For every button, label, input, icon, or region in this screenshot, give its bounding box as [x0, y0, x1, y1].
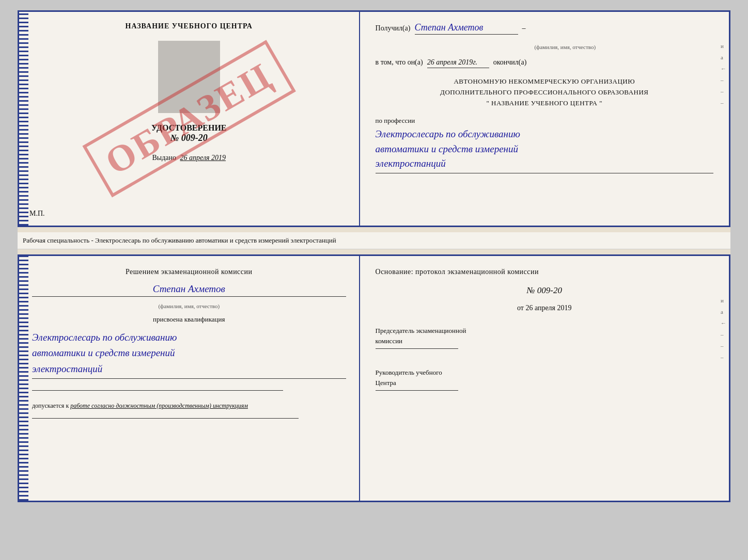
org-line3: " НАЗВАНИЕ УЧЕБНОГО ЦЕНТРА ": [376, 98, 713, 109]
issued-date: Выдано 26 апреля 2019: [152, 154, 226, 162]
bottom-sig-line: [32, 390, 283, 391]
person-name-bottom: Степан Ахметов: [32, 283, 346, 297]
cert-right: Получил(а) Степан Ахметов – (фамилия, им…: [360, 12, 729, 226]
protocol-date-value: 26 апреля 2019: [525, 304, 571, 312]
org-line1: АВТОНОМНУЮ НЕКОММЕРЧЕСКУЮ ОРГАНИЗАЦИЮ: [376, 76, 713, 87]
recipient-line: Получил(а) Степан Ахметов –: [376, 22, 713, 35]
date-prefix: от: [517, 304, 524, 312]
org-block: АВТОНОМНУЮ НЕКОММЕРЧЕСКУЮ ОРГАНИЗАЦИЮ ДО…: [376, 76, 713, 108]
received-label: Получил(а): [376, 24, 411, 33]
vtom-label: в том, что он(а): [376, 58, 423, 67]
side-marks-bottom: и а ← – – –: [721, 297, 726, 360]
profession-name-top: Электрослесарь по обслуживанию автоматик…: [376, 127, 713, 173]
chairman-label: Председатель экзаменационной комиссии: [376, 326, 713, 346]
protocol-date: от 26 апреля 2019: [376, 304, 713, 312]
okoncil-label: окончил(а): [493, 58, 527, 67]
profession-label: по профессии: [376, 117, 713, 125]
qualification-label: присвоена квалификация: [32, 315, 346, 324]
protocol-number: № 009-20: [376, 285, 713, 296]
description-line: Рабочая специальность - Электрослесарь п…: [18, 232, 730, 249]
vtom-line: в том, что он(а) 26 апреля 2019г. окончи…: [376, 58, 713, 68]
bottom-left: Решением экзаменационной комиссии Степан…: [19, 256, 360, 501]
photo-placeholder: [158, 41, 220, 113]
rukovoditel-sig-line: [376, 390, 458, 391]
document-container: НАЗВАНИЕ УЧЕБНОГО ЦЕНТРА УДОСТОВЕРЕНИЕ №…: [18, 10, 730, 502]
completion-date: 26 апреля 2019г.: [427, 58, 489, 68]
org-line2: ДОПОЛНИТЕЛЬНОГО ПРОФЕССИОНАЛЬНОГО ОБРАЗО…: [376, 87, 713, 98]
top-certificate: НАЗВАНИЕ УЧЕБНОГО ЦЕНТРА УДОСТОВЕРЕНИЕ №…: [18, 10, 730, 227]
допускается-label: допускается к: [32, 402, 69, 409]
rukovoditel-label: Руководитель учебного Центра: [376, 367, 713, 388]
osnov-title: Основание: протокол экзаменационной коми…: [376, 266, 713, 277]
school-name-top: НАЗВАНИЕ УЧЕБНОГО ЦЕНТРА: [126, 22, 253, 30]
допускается-text: работе согласно должностным (производств…: [70, 402, 248, 409]
bottom-certificate: Решением экзаменационной комиссии Степан…: [18, 254, 730, 502]
issued-label: Выдано: [152, 154, 176, 162]
dash: –: [522, 24, 526, 33]
description-text: Рабочая специальность - Электрослесарь п…: [23, 236, 336, 244]
cert-type: УДОСТОВЕРЕНИЕ: [151, 123, 227, 133]
fio-label-top: (фамилия, имя, отчество): [417, 44, 713, 50]
допускается-block: допускается к работе согласно должностны…: [32, 402, 346, 410]
fio-label-bottom: (фамилия, имя, отчество): [32, 303, 346, 309]
bottom-sig-line2: [32, 418, 299, 419]
profession-block: по профессии Электрослесарь по обслужива…: [376, 117, 713, 173]
mp-label: М.П.: [29, 210, 45, 218]
bottom-right: Основание: протокол экзаменационной коми…: [360, 256, 729, 501]
side-marks-top: и а ← – – –: [721, 43, 726, 106]
cert-left: НАЗВАНИЕ УЧЕБНОГО ЦЕНТРА УДОСТОВЕРЕНИЕ №…: [19, 12, 360, 226]
recipient-name: Степан Ахметов: [415, 22, 518, 35]
commission-title: Решением экзаменационной комиссии: [32, 266, 346, 277]
issued-date-value: 26 апреля 2019: [180, 154, 226, 162]
qualification-name: Электрослесарь по обслуживанию автоматик…: [32, 330, 346, 379]
chairman-sig-line: [376, 348, 458, 349]
cert-number: № 009-20: [170, 133, 208, 143]
